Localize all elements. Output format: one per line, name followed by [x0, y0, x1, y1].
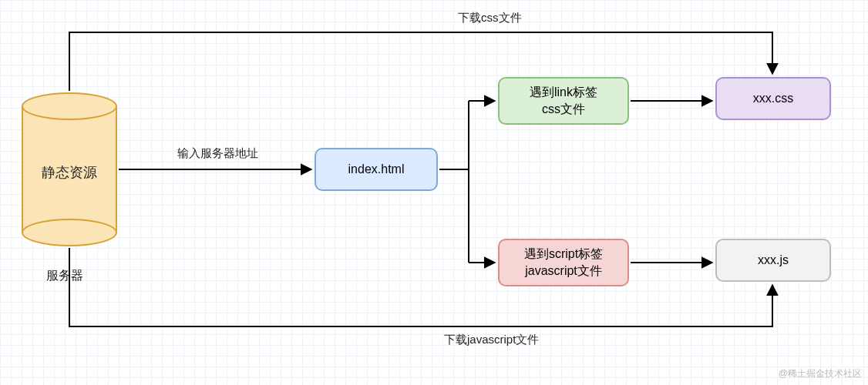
arrow-download-css	[69, 32, 772, 91]
arrow-download-js	[69, 248, 772, 326]
cylinder-top	[22, 92, 117, 120]
diagram-stage: 静态资源 服务器 index.html 遇到link标签css文件 遇到scri…	[0, 0, 868, 385]
cylinder-label: 静态资源	[22, 163, 117, 182]
arrows-layer	[0, 0, 868, 385]
